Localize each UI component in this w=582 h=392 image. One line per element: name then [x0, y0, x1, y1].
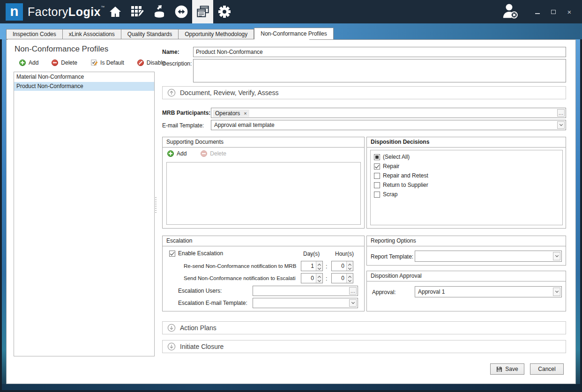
supporting-documents-panel: Supporting Documents Add Delete: [162, 137, 365, 229]
disable-profile-button[interactable]: Disable: [137, 59, 165, 66]
resend-days-spinner[interactable]: 1: [301, 261, 323, 271]
section-action-plans[interactable]: Action Plans: [162, 321, 566, 334]
add-icon: [19, 59, 26, 66]
disposition-approval-panel: Disposition Approval Approval: Approval …: [366, 271, 566, 311]
documents-list[interactable]: [166, 162, 361, 225]
resend-mrb-label: Re-send Non-Conformance notification to …: [184, 263, 301, 269]
option-select-all[interactable]: (Select All): [374, 154, 410, 160]
list-item-material-non-conformance[interactable]: Material Non-Conformance: [14, 73, 154, 81]
brand-text: FactoryLogix™: [28, 5, 105, 19]
profiles-toolbar: Add Delete Is Default Disable: [19, 59, 165, 66]
mrb-tag-operators: Operators ×: [213, 110, 249, 117]
chevron-down-icon[interactable]: [553, 288, 560, 296]
home-icon[interactable]: [104, 0, 126, 23]
hours-column-label: Hour(s): [335, 251, 354, 257]
transfer-icon[interactable]: [170, 0, 192, 23]
disposition-approval-title: Disposition Approval: [367, 271, 566, 281]
enable-escalation-checkbox[interactable]: Enable Escalation: [169, 250, 223, 257]
main-nav: [104, 0, 235, 23]
add-document-button[interactable]: Add: [167, 150, 187, 157]
option-repair[interactable]: Repair: [374, 163, 399, 170]
remove-tag-icon[interactable]: ×: [244, 111, 246, 116]
panel-splitter[interactable]: [155, 197, 157, 214]
mrb-browse-button[interactable]: …: [557, 109, 565, 117]
email-template-dropdown[interactable]: Approval email template: [211, 120, 566, 130]
chevron-down-icon[interactable]: [553, 252, 560, 260]
is-default-button[interactable]: Is Default: [90, 59, 124, 66]
spinner-buttons[interactable]: [316, 261, 322, 271]
delete-profile-button[interactable]: Delete: [52, 59, 77, 66]
send-days-spinner[interactable]: 0: [301, 273, 323, 283]
option-return-to-supplier[interactable]: Return to Supplier: [374, 182, 428, 188]
reporting-options-panel: Reporting Options Report Template:: [366, 236, 566, 266]
profiles-list: Material Non-Conformance Product Non-Con…: [14, 72, 155, 356]
escalation-users-field[interactable]: …: [253, 286, 358, 296]
frame-top-strip: Inspection Codes xLink Associations Qual…: [0, 23, 582, 39]
logo-n-icon: n: [6, 3, 23, 21]
frame-left-strip: [2, 39, 6, 384]
minimize-button[interactable]: [533, 7, 542, 16]
checkbox[interactable]: [374, 163, 380, 170]
escalation-email-template-dropdown[interactable]: [253, 298, 358, 308]
frame-right-strip: [576, 39, 580, 384]
send-escalation-label: Send Non-Conformance notification to Esc…: [184, 275, 301, 281]
escalation-users-label: Escalation Users:: [178, 288, 222, 294]
days-column-label: Day(s): [303, 251, 320, 257]
production-definitions-icon[interactable]: [126, 0, 148, 23]
mrb-participants-field[interactable]: Operators × …: [211, 108, 566, 118]
list-item-product-non-conformance[interactable]: Product Non-Conformance: [14, 82, 154, 91]
settings-gear-icon[interactable]: [213, 0, 235, 23]
escalation-title: Escalation: [163, 236, 364, 246]
add-profile-button[interactable]: Add: [19, 59, 38, 66]
description-input[interactable]: [193, 59, 566, 82]
frame-bottom-bar: [2, 384, 580, 390]
option-repair-and-retest[interactable]: Repair and Retest: [374, 172, 428, 179]
checkbox[interactable]: [169, 251, 175, 257]
materials-icon[interactable]: [148, 0, 170, 23]
tab-strip: Inspection Codes xLink Associations Qual…: [6, 28, 334, 39]
users-browse-button[interactable]: …: [349, 287, 357, 295]
checkbox[interactable]: [374, 182, 380, 188]
tab-opportunity-methodology[interactable]: Opportunity Methodology: [179, 29, 254, 39]
is-default-icon: [90, 59, 97, 66]
disable-icon: [137, 59, 144, 66]
report-template-label: Report Template:: [371, 253, 413, 260]
checkbox[interactable]: [374, 154, 380, 160]
delete-icon: [52, 59, 58, 66]
cancel-button[interactable]: Cancel: [530, 363, 564, 375]
approval-dropdown[interactable]: Approval 1: [415, 286, 562, 297]
email-template-label: E-mail Template:: [162, 122, 204, 129]
tab-quality-standards[interactable]: Quality Standards: [121, 29, 179, 39]
tab-non-conformance-profiles[interactable]: Non-Conformance Profiles: [254, 28, 333, 39]
close-button[interactable]: ×: [565, 7, 574, 16]
name-label: Name:: [162, 49, 179, 55]
report-template-dropdown[interactable]: [415, 251, 562, 262]
option-scrap[interactable]: Scrap: [374, 191, 397, 198]
save-button[interactable]: Save: [490, 363, 524, 375]
nonconformance-module-icon[interactable]: [192, 0, 213, 23]
checkbox[interactable]: [374, 173, 380, 179]
tab-inspection-codes[interactable]: Inspection Codes: [6, 29, 63, 39]
chevron-down-icon[interactable]: [349, 299, 357, 307]
section-document-review-verify-assess[interactable]: Document, Review, Verify, Assess: [162, 86, 566, 99]
escalation-email-template-label: Escalation E-mail Template:: [178, 300, 247, 306]
disposition-list: (Select All) Repair Repair and Retest Re…: [370, 150, 563, 225]
tab-xlink-associations[interactable]: xLink Associations: [63, 29, 121, 39]
checkbox[interactable]: [374, 192, 380, 198]
maximize-button[interactable]: [549, 7, 558, 16]
spinner-buttons[interactable]: [346, 261, 353, 271]
send-hours-spinner[interactable]: 0: [331, 273, 353, 283]
window-controls: ×: [501, 0, 574, 23]
logout-user-icon[interactable]: [501, 2, 519, 21]
chevron-down-icon[interactable]: [557, 121, 565, 129]
section-initiate-closure[interactable]: Initiate Closure: [162, 340, 566, 353]
delete-document-button[interactable]: Delete: [201, 150, 226, 157]
add-icon: [167, 150, 174, 157]
spinner-buttons[interactable]: [316, 274, 322, 283]
resend-hours-spinner[interactable]: 0: [331, 261, 353, 271]
expand-down-icon: [167, 324, 176, 332]
save-floppy-icon: [496, 366, 502, 372]
name-input[interactable]: Product Non-Conformance: [193, 47, 566, 57]
spinner-buttons[interactable]: [346, 274, 353, 283]
app-window: n FactoryLogix™: [0, 0, 582, 392]
